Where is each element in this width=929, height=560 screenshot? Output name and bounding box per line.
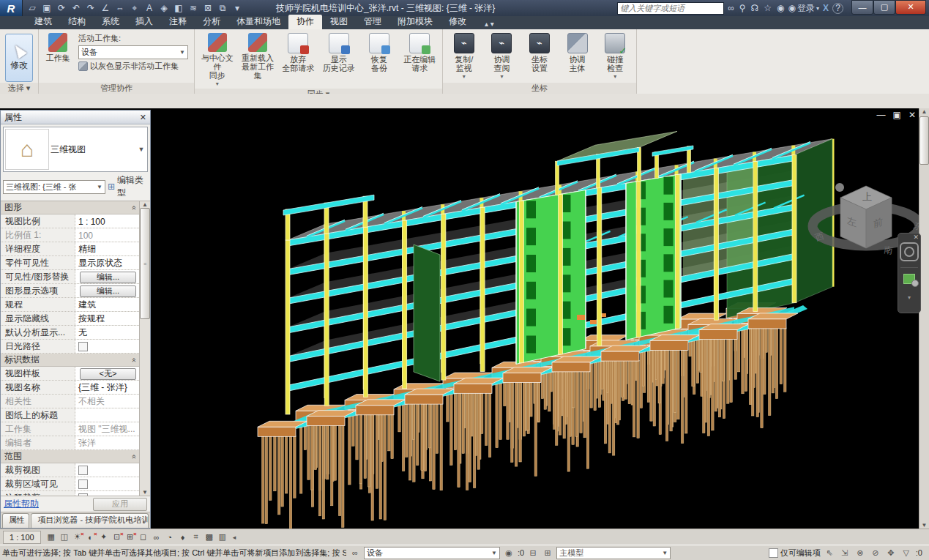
properties-help-link[interactable]: 属性帮助: [4, 498, 39, 510]
favorites-icon[interactable]: ☆: [764, 3, 772, 13]
property-checkbox[interactable]: [78, 342, 88, 351]
view-instance-dropdown[interactable]: 三维视图: {三维 - 张▼: [3, 180, 105, 194]
collapse-icon[interactable]: »: [129, 357, 138, 362]
steering-wheel-icon[interactable]: [900, 242, 919, 261]
prop-scroll-up-icon[interactable]: ▲: [142, 201, 148, 208]
editable-only-checkbox[interactable]: 仅可编辑项: [769, 548, 821, 559]
viewcube-home-icon[interactable]: [835, 183, 844, 192]
visual-style-icon[interactable]: ◫: [58, 531, 71, 543]
highlight-displacement-icon[interactable]: ▩: [203, 531, 216, 543]
text-icon[interactable]: A: [143, 1, 156, 15]
coordination-review-button[interactable]: ⌁协调查阅 ▾: [484, 31, 521, 81]
property-checkbox[interactable]: [78, 466, 88, 475]
ribbon-tab-分析[interactable]: 分析: [195, 15, 228, 29]
copy-monitor-dropdown-icon[interactable]: ▾: [463, 72, 466, 81]
ribbon-tab-视图[interactable]: 视图: [322, 15, 356, 29]
signin-icon[interactable]: ◉: [777, 3, 784, 13]
ribbon-minimize-icon[interactable]: ▴ ▾: [485, 20, 494, 29]
ribbon-tab-修改[interactable]: 修改: [441, 15, 474, 29]
navbar-close-icon[interactable]: ✕: [913, 234, 919, 241]
view-scale-button[interactable]: 1 : 100: [3, 531, 41, 544]
active-workset-statusbar-dropdown[interactable]: 设备▼: [364, 547, 500, 559]
collapse-icon[interactable]: »: [129, 454, 138, 458]
communication-icon[interactable]: ☊: [751, 3, 759, 13]
help-button[interactable]: ?: [832, 3, 843, 14]
ribbon-tab-体量和场地[interactable]: 体量和场地: [228, 15, 288, 29]
property-checkbox[interactable]: [78, 479, 88, 489]
editing-requests-icon[interactable]: ◉: [503, 548, 515, 558]
worksets-button[interactable]: 工作集: [42, 31, 74, 62]
thin-lines-icon[interactable]: ≋: [187, 1, 200, 15]
section-icon[interactable]: ◧: [172, 1, 185, 15]
show-history-button[interactable]: 显示历史记录: [319, 31, 358, 72]
switch-windows-icon[interactable]: ⧉: [216, 1, 229, 15]
synchronize-with-central-dropdown-icon[interactable]: ▾: [216, 80, 219, 89]
coordination-settings-button[interactable]: ⌁坐标设置: [521, 31, 558, 72]
prop-scrollbar-thumb[interactable]: ≡: [140, 208, 150, 319]
ribbon-tab-附加模块[interactable]: 附加模块: [389, 15, 441, 29]
select-underlay-icon[interactable]: ⇲: [839, 548, 851, 558]
worksets-status-icon[interactable]: ∞: [352, 548, 358, 557]
ribbon-tab-管理[interactable]: 管理: [356, 15, 389, 29]
measure-icon[interactable]: ∠: [99, 1, 112, 15]
prop-scroll-down-icon[interactable]: ▼: [142, 489, 148, 496]
view-restore-icon[interactable]: ▣: [893, 110, 901, 120]
restore-backup-button[interactable]: 恢复备份: [359, 31, 398, 72]
tab-properties[interactable]: 属性: [2, 513, 29, 528]
undo-icon[interactable]: ↶: [70, 1, 83, 15]
sun-path-icon[interactable]: ☀×: [71, 531, 84, 543]
scroll-down-icon[interactable]: ▼: [922, 522, 928, 529]
reveal-hidden-elements-icon[interactable]: ◔: [163, 531, 176, 543]
drag-on-selection-icon[interactable]: ✥: [885, 548, 897, 558]
scroll-up-icon[interactable]: ▲: [922, 108, 928, 115]
relinquish-all-button[interactable]: 放弃全部请求: [279, 31, 318, 72]
viewcube-south-label[interactable]: 南: [884, 244, 894, 256]
crop-view-icon[interactable]: ⊡×: [111, 531, 124, 543]
customize-qat-icon[interactable]: ▾: [231, 1, 244, 15]
ribbon-tab-插入[interactable]: 插入: [127, 15, 161, 29]
sign-in-button[interactable]: ◉登录 ▾: [788, 2, 819, 15]
show-rendering-dialog-icon[interactable]: ✦: [97, 531, 111, 543]
property-edit-button[interactable]: 编辑...: [80, 272, 136, 283]
infocenter-search-input[interactable]: [617, 2, 724, 15]
property-edit-button[interactable]: 编辑...: [80, 285, 136, 297]
temporary-view-properties-icon[interactable]: ♦: [176, 531, 190, 543]
show-crop-region-icon[interactable]: ⊞×: [124, 531, 137, 543]
drawing-area[interactable]: 西 南 东 上 左 前 ✕ ▾ — ▣ ✕ ▲ ▼: [0, 108, 929, 529]
property-group-图形[interactable]: 图形»: [1, 201, 139, 214]
application-menu-button[interactable]: R: [0, 0, 23, 16]
restore-button[interactable]: ▢: [873, 0, 895, 15]
unlocked-view-icon[interactable]: ◻: [137, 531, 150, 543]
view-close-icon[interactable]: ✕: [909, 110, 916, 120]
coordination-host-button[interactable]: 协调主体: [559, 31, 596, 72]
worksharing-display-icon[interactable]: ▥: [216, 531, 229, 543]
synchronize-with-central-button[interactable]: 与中心文件同步 ▾: [198, 31, 236, 89]
apply-button[interactable]: 应用: [93, 498, 147, 511]
view-minimize-icon[interactable]: —: [877, 110, 886, 120]
aligned-dimension-icon[interactable]: ⇔: [113, 1, 127, 15]
shadows-icon[interactable]: ◐×: [84, 531, 97, 543]
tab-project-browser[interactable]: 项目浏览器 - 技师学院机电培训...: [31, 513, 149, 528]
exchange-apps-button[interactable]: X: [823, 3, 829, 13]
sync-with-central-icon[interactable]: ⟳: [55, 1, 68, 15]
ribbon-tab-结构[interactable]: 结构: [60, 15, 94, 29]
ribbon-tab-协作[interactable]: 协作: [288, 15, 322, 29]
default-3d-view-icon[interactable]: ◈: [157, 1, 171, 15]
property-edit-button[interactable]: <无>: [80, 368, 136, 380]
gray-inactive-worksets-toggle[interactable]: 以灰色显示非活动工作集: [78, 61, 188, 72]
navbar-more-icon[interactable]: ▾: [908, 294, 911, 301]
property-group-标识数据[interactable]: 标识数据»: [1, 354, 139, 367]
temporary-hide-isolate-icon[interactable]: ∞: [150, 531, 163, 543]
type-selector[interactable]: ⌂ 三维视图 ▼: [3, 127, 148, 172]
interference-check-button[interactable]: 碰撞检查 ▾: [597, 31, 633, 81]
tag-icon[interactable]: ⌖: [128, 1, 141, 15]
scrollbar-thumb[interactable]: [919, 116, 929, 165]
modify-button[interactable]: 修改: [5, 34, 33, 82]
ribbon-tab-建筑[interactable]: 建筑: [26, 15, 60, 29]
detail-level-icon[interactable]: ▦: [45, 531, 58, 543]
subscription-icon[interactable]: ⚲: [739, 3, 746, 13]
design-options-icon[interactable]: ⊟: [527, 548, 539, 558]
search-icon[interactable]: ∞: [728, 3, 734, 13]
viewport-vertical-scrollbar[interactable]: ▲ ▼: [919, 108, 929, 529]
property-group-范围[interactable]: 范围»: [1, 450, 139, 463]
